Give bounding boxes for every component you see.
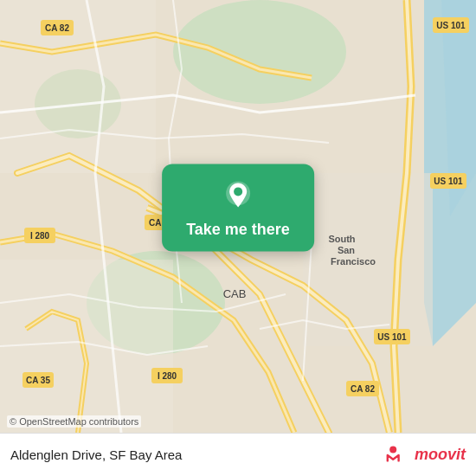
svg-text:CA 35: CA 35	[26, 376, 50, 385]
take-me-there-button[interactable]: Take me there	[186, 221, 290, 239]
svg-text:US 101: US 101	[377, 332, 407, 342]
svg-point-1	[173, 0, 346, 104]
svg-text:I 280: I 280	[158, 371, 177, 381]
svg-text:South: South	[328, 234, 355, 244]
moovit-logo: moovit	[383, 441, 466, 469]
svg-text:CA 82: CA 82	[351, 384, 375, 394]
svg-text:Francisco: Francisco	[331, 256, 376, 267]
moovit-logo-icon	[383, 441, 411, 469]
svg-text:US 101: US 101	[436, 21, 466, 30]
svg-text:I 280: I 280	[30, 231, 50, 241]
location-pin-icon	[221, 177, 255, 212]
svg-text:San: San	[338, 245, 355, 255]
svg-text:US 101: US 101	[434, 177, 463, 186]
svg-point-31	[389, 446, 396, 453]
svg-rect-4	[0, 0, 156, 173]
svg-rect-5	[0, 260, 173, 433]
svg-point-30	[234, 187, 242, 196]
svg-text:CAB: CAB	[223, 287, 247, 300]
svg-text:CA 82: CA 82	[45, 23, 69, 33]
moovit-brand-text: moovit	[415, 446, 466, 464]
map-container: CA 82 I 280 CA 82 I 280 CA 82 CA 35 US 1…	[0, 0, 476, 433]
bottom-bar: Aldenglen Drive, SF Bay Area moovit	[0, 433, 476, 476]
take-me-there-card[interactable]: Take me there	[162, 164, 314, 251]
map-copyright: © OpenStreetMap contributors	[7, 415, 141, 428]
location-text: Aldenglen Drive, SF Bay Area	[10, 447, 182, 462]
